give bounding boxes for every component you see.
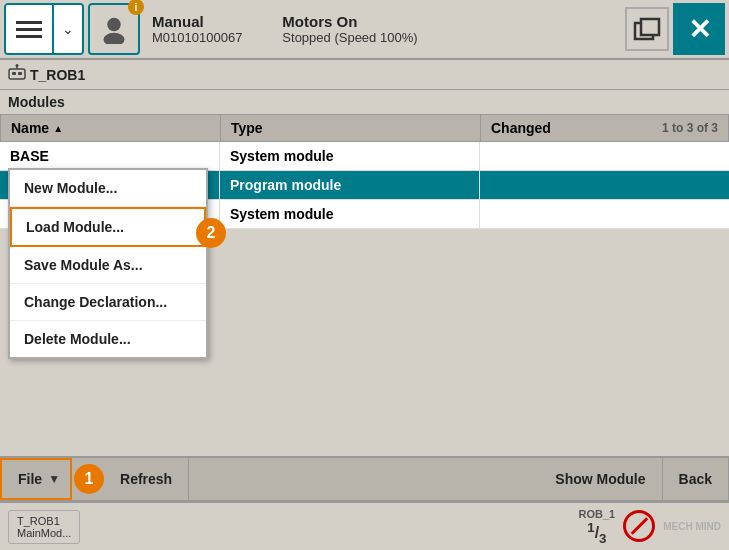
file-button[interactable]: File ▼ bbox=[0, 458, 72, 500]
svg-rect-4 bbox=[9, 69, 25, 79]
top-center-info: Manual M01010100067 Motors On Stopped (S… bbox=[144, 9, 621, 49]
breadcrumb-text: T_ROB1 bbox=[30, 67, 85, 83]
status-left: T_ROB1 MainMod... bbox=[8, 510, 80, 544]
mode-label: Manual bbox=[152, 13, 242, 30]
refresh-button[interactable]: Refresh bbox=[104, 458, 189, 500]
breadcrumb-bar: T_ROB1 bbox=[0, 60, 729, 90]
menu-item-load-module[interactable]: Load Module... bbox=[10, 207, 206, 247]
menu-item-change-declaration[interactable]: Change Declaration... bbox=[10, 284, 206, 321]
modules-section-title: Modules bbox=[0, 90, 729, 114]
row-type-user: System module bbox=[220, 200, 480, 228]
menu-item-delete-module[interactable]: Delete Module... bbox=[10, 321, 206, 357]
status-chip-line2: MainMod... bbox=[17, 527, 71, 539]
status-label: Motors On bbox=[282, 13, 417, 30]
row-changed-user bbox=[480, 200, 729, 228]
svg-point-1 bbox=[104, 33, 125, 44]
serial-label: M01010100067 bbox=[152, 30, 242, 45]
stop-icon bbox=[623, 510, 655, 542]
step-badge-1: 1 bbox=[74, 464, 104, 494]
row-name-base: BASE bbox=[0, 142, 220, 170]
svg-rect-3 bbox=[641, 19, 659, 35]
status-bar: T_ROB1 MainMod... ROB_1 1/3 MECH MIND bbox=[0, 502, 729, 550]
row-type-mainmodule: Program module bbox=[220, 171, 480, 199]
user-icon bbox=[99, 14, 129, 44]
row-type-base: System module bbox=[220, 142, 480, 170]
row-changed-base bbox=[480, 142, 729, 170]
show-module-button[interactable]: Show Module bbox=[539, 458, 662, 500]
bottom-toolbar: File ▼ 1 Refresh Show Module Back bbox=[0, 456, 729, 502]
svg-rect-6 bbox=[18, 72, 22, 75]
pagination-text: 1 to 3 of 3 bbox=[662, 121, 718, 135]
rob-label: ROB_1 bbox=[579, 508, 616, 520]
chevron-down-button[interactable]: ⌄ bbox=[54, 3, 82, 55]
type-column-header: Type bbox=[221, 115, 481, 141]
restore-button[interactable] bbox=[625, 7, 669, 51]
user-icon-button[interactable]: i bbox=[88, 3, 140, 55]
table-header: Name ▲ Type Changed 1 to 3 of 3 bbox=[0, 114, 729, 142]
status-chip-line1: T_ROB1 bbox=[17, 515, 60, 527]
substatus-label: Stopped (Speed 100%) bbox=[282, 30, 417, 45]
close-icon: ✕ bbox=[688, 13, 711, 46]
mech-mind-logo: MECH MIND bbox=[663, 521, 721, 532]
rob-counter: ROB_1 1/3 bbox=[579, 508, 616, 546]
sort-arrow-icon: ▲ bbox=[53, 123, 63, 134]
back-button[interactable]: Back bbox=[663, 458, 729, 500]
hamburger-button[interactable] bbox=[6, 3, 54, 55]
top-right-buttons: ✕ bbox=[625, 3, 725, 55]
dropdown-arrow-icon: ▼ bbox=[48, 472, 60, 486]
menu-buttons-group: ⌄ bbox=[4, 3, 84, 55]
status-chip[interactable]: T_ROB1 MainMod... bbox=[8, 510, 80, 544]
svg-rect-5 bbox=[12, 72, 16, 75]
fraction-display: 1/3 bbox=[587, 520, 606, 546]
status-right: ROB_1 1/3 MECH MIND bbox=[579, 508, 721, 546]
table-row[interactable]: BASE System module bbox=[0, 142, 729, 171]
step-badge-2: 2 bbox=[196, 218, 226, 248]
file-label: File bbox=[18, 471, 42, 487]
top-bar: ⌄ i Manual M01010100067 Motors On Stoppe… bbox=[0, 0, 729, 60]
row-changed-mainmodule bbox=[480, 171, 729, 199]
breadcrumb-robot-icon bbox=[8, 64, 26, 82]
menu-item-new-module[interactable]: New Module... bbox=[10, 170, 206, 207]
info-badge: i bbox=[128, 0, 144, 15]
robot-icon bbox=[8, 64, 26, 85]
restore-icon bbox=[633, 17, 661, 41]
changed-column-header: Changed 1 to 3 of 3 bbox=[481, 115, 728, 141]
file-dropdown-menu: New Module... Load Module... Save Module… bbox=[8, 168, 208, 359]
menu-item-save-module-as[interactable]: Save Module As... bbox=[10, 247, 206, 284]
close-button[interactable]: ✕ bbox=[673, 3, 725, 55]
svg-point-8 bbox=[16, 64, 19, 67]
name-column-header: Name ▲ bbox=[1, 115, 221, 141]
svg-point-0 bbox=[107, 18, 121, 32]
